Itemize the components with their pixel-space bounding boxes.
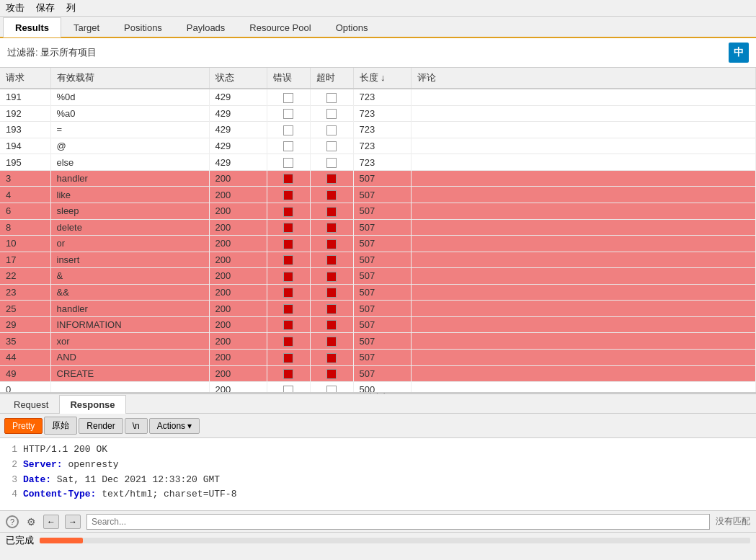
divider-dots: · · ·	[370, 389, 387, 397]
col-header-status[interactable]: 状态	[209, 68, 267, 89]
btn-render[interactable]: Render	[79, 418, 123, 434]
results-table-container[interactable]: 请求 有效载荷 状态 错误 超时 长度 ↓ 评论 191%0d429723192…	[0, 68, 756, 392]
no-match-label: 没有匹配	[716, 515, 750, 528]
code-area: 1HTTP/1.1 200 OK2Server: openresty3Date:…	[0, 438, 756, 510]
status-bar: ? ⚙ ← → 没有匹配	[0, 510, 756, 532]
tab-options[interactable]: Options	[324, 17, 381, 37]
settings-icon[interactable]: ⚙	[25, 515, 37, 528]
btn-newline[interactable]: \n	[125, 418, 148, 434]
resp-tab-bar: Request Response	[0, 394, 756, 414]
code-line: 2Server: openresty	[7, 458, 749, 473]
table-row[interactable]: 17insert200507	[0, 252, 756, 268]
tab-payloads[interactable]: Payloads	[174, 17, 237, 37]
help-icon[interactable]: ?	[6, 515, 19, 528]
filter-bar: 过滤器: 显示所有项目 中	[0, 38, 756, 68]
menu-save[interactable]: 保存	[36, 1, 55, 14]
col-header-payload[interactable]: 有效载荷	[50, 68, 209, 89]
tab-response[interactable]: Response	[59, 395, 125, 414]
results-table: 请求 有效载荷 状态 错误 超时 长度 ↓ 评论 191%0d429723192…	[0, 68, 756, 392]
tab-resource-pool[interactable]: Resource Pool	[237, 17, 323, 37]
resp-btn-bar: Pretty 原始 Render \n Actions ▾	[0, 414, 756, 438]
col-header-length[interactable]: 长度 ↓	[353, 68, 411, 89]
table-row[interactable]: 195else429723	[0, 154, 756, 171]
table-row[interactable]: 192%a0429723	[0, 105, 756, 122]
table-row[interactable]: 3handler200507	[0, 170, 756, 187]
table-row[interactable]: 8delete200507	[0, 219, 756, 236]
table-row[interactable]: 29INFORMATION200507	[0, 316, 756, 333]
col-header-req[interactable]: 请求	[0, 68, 50, 89]
table-row[interactable]: 35xor200507	[0, 333, 756, 350]
main-tab-bar: Results Target Positions Payloads Resour…	[0, 17, 756, 38]
table-row[interactable]: 4like200507	[0, 187, 756, 203]
code-line: 4Content-Type: text/html; charset=UTF-8	[7, 487, 749, 502]
tab-request[interactable]: Request	[3, 395, 59, 414]
back-button[interactable]: ←	[43, 515, 59, 529]
menu-column[interactable]: 列	[66, 1, 76, 14]
code-line: 3Date: Sat, 11 Dec 2021 12:33:20 GMT	[7, 473, 749, 488]
table-row[interactable]: 194@429723	[0, 138, 756, 154]
bottom-panel: Request Response Pretty 原始 Render \n Act…	[0, 394, 756, 510]
table-row[interactable]: 25handler200507	[0, 301, 756, 317]
table-row[interactable]: 49CREATE200507	[0, 365, 756, 382]
complete-label: 已完成	[6, 534, 34, 547]
progress-bar-area: 已完成	[0, 532, 756, 548]
table-header-row: 请求 有效载荷 状态 错误 超时 长度 ↓ 评论	[0, 68, 756, 89]
actions-chevron-icon: ▾	[187, 421, 192, 431]
actions-button[interactable]: Actions ▾	[149, 418, 200, 434]
table-row[interactable]: 191%0d429723	[0, 89, 756, 105]
forward-button[interactable]: →	[65, 515, 81, 529]
tab-results[interactable]: Results	[3, 17, 61, 37]
btn-pretty[interactable]: Pretty	[4, 418, 43, 434]
table-row[interactable]: 193=429723	[0, 122, 756, 138]
btn-raw[interactable]: 原始	[44, 417, 77, 435]
progress-track	[40, 538, 750, 543]
table-row[interactable]: 23&&200507	[0, 284, 756, 301]
progress-fill	[40, 538, 83, 543]
table-row[interactable]: 44AND200507	[0, 350, 756, 366]
table-row[interactable]: 22&200507	[0, 268, 756, 285]
table-body: 191%0d429723192%a0429723193=429723194@42…	[0, 89, 756, 392]
col-header-comment[interactable]: 评论	[411, 68, 756, 89]
filter-label: 过滤器: 显示所有项目	[7, 46, 97, 59]
col-header-error[interactable]: 错误	[267, 68, 310, 89]
menu-attack[interactable]: 攻击	[6, 1, 25, 14]
search-input[interactable]	[86, 514, 710, 530]
code-line: 1HTTP/1.1 200 OK	[7, 443, 749, 458]
filter-icon[interactable]: 中	[729, 43, 749, 63]
table-row[interactable]: 6sleep200507	[0, 203, 756, 219]
menu-bar: 攻击 保存 列	[0, 0, 756, 17]
tab-positions[interactable]: Positions	[112, 17, 174, 37]
tab-target[interactable]: Target	[61, 17, 112, 37]
actions-label: Actions	[157, 421, 185, 431]
col-header-timeout[interactable]: 超时	[310, 68, 353, 89]
table-row[interactable]: 10or200507	[0, 236, 756, 252]
